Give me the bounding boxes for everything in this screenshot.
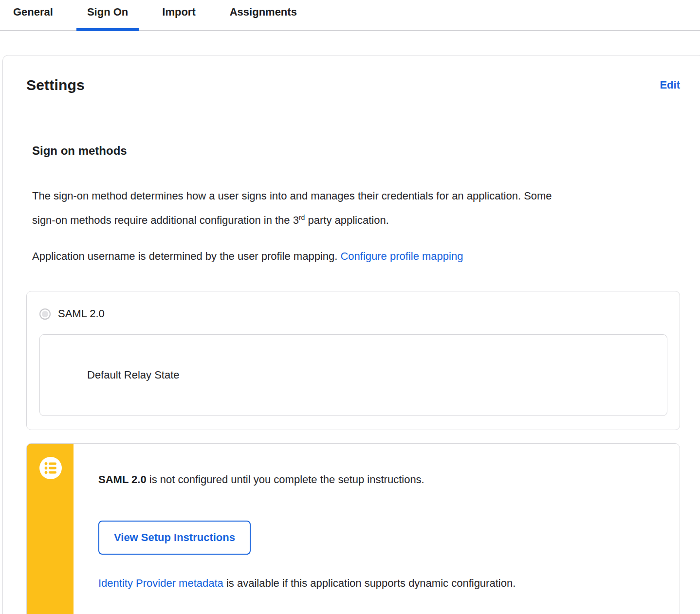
callout-message-bold: SAML 2.0 [98,473,147,486]
saml-radio-label: SAML 2.0 [58,307,105,320]
tab-import[interactable]: Import [151,4,206,20]
configure-profile-mapping-link[interactable]: Configure profile mapping [340,250,463,262]
view-setup-instructions-button[interactable]: View Setup Instructions [98,521,251,555]
description-text: The sign-on method determines how a user… [32,190,552,226]
metadata-note: Identity Provider metadata is available … [98,576,660,591]
username-note: Application username is determined by th… [32,244,680,269]
callout-message: SAML 2.0 is not configured until you com… [98,472,660,487]
settings-title: Settings [26,77,85,93]
saml-radio-row: SAML 2.0 [39,307,667,320]
identity-provider-metadata-link[interactable]: Identity Provider metadata [98,577,223,589]
tab-general[interactable]: General [2,4,64,20]
sign-on-methods-heading: Sign on methods [32,144,680,158]
username-note-text: Application username is determined by th… [32,250,340,262]
callout-message-rest: is not configured until you complete the… [147,473,424,486]
description-superscript: rd [299,214,305,221]
default-relay-state-label: Default Relay State [87,369,180,381]
list-icon [39,457,62,479]
settings-card: Settings Edit Sign on methods The sign-o… [2,55,700,614]
tab-sign-on[interactable]: Sign On [76,4,139,20]
tab-assignments[interactable]: Assignments [219,4,308,20]
default-relay-state-field: Default Relay State [39,334,667,416]
saml-method-box: SAML 2.0 Default Relay State [26,291,680,430]
edit-link[interactable]: Edit [660,79,680,91]
saml-radio-button[interactable] [39,308,51,320]
app-tabbar: General Sign On Import Assignments [0,0,700,31]
sign-on-methods-description: The sign-on method determines how a user… [32,184,560,233]
description-text-tail: party application. [305,214,388,226]
metadata-note-rest: is available if this application support… [223,577,516,589]
settings-card-header: Settings Edit [26,77,680,93]
saml-not-configured-callout: SAML 2.0 is not configured until you com… [26,443,680,614]
